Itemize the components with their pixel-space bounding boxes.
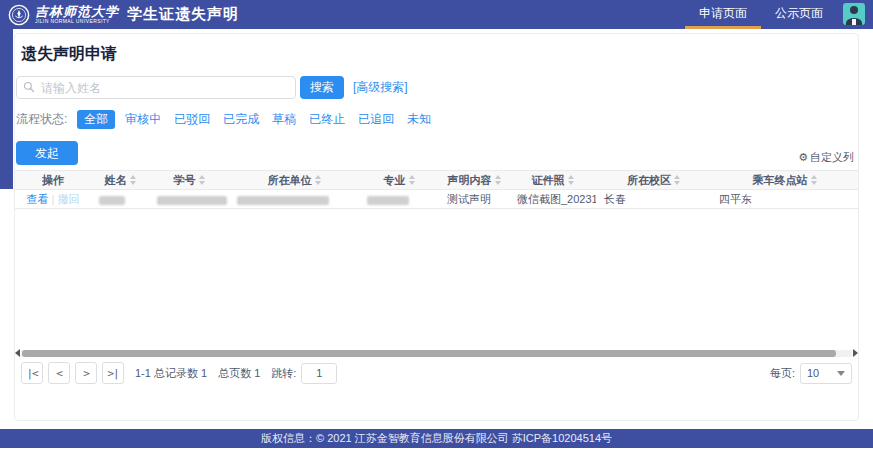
- pages-count-text: 总页数 1: [218, 366, 260, 381]
- scrollbar-track[interactable]: [21, 350, 852, 357]
- university-name-cn: 吉林师范大学: [35, 5, 119, 18]
- col-header-declaration[interactable]: 声明内容: [439, 171, 509, 190]
- sort-icon[interactable]: [130, 175, 136, 185]
- search-icon: [23, 81, 35, 93]
- sort-icon[interactable]: [199, 175, 205, 185]
- cell-terminal-station: 四平东: [711, 190, 858, 209]
- status-chip-unknown[interactable]: 未知: [407, 110, 431, 129]
- per-page-control: 每页: 10: [770, 363, 852, 384]
- toolbar-row: 发起 ⚙ 自定义列: [16, 141, 858, 165]
- tab-public-page[interactable]: 公示页面: [761, 0, 837, 29]
- col-header-student-id[interactable]: 学号: [149, 171, 229, 190]
- scrollbar-thumb[interactable]: [22, 350, 836, 357]
- scroll-left-arrow-icon[interactable]: [15, 349, 20, 357]
- sort-icon[interactable]: [409, 175, 415, 185]
- page-title: 遗失声明申请: [21, 44, 858, 65]
- withdraw-link[interactable]: 撤回: [57, 193, 79, 205]
- records-table: 操作 姓名 学号 所在单位 专业: [15, 170, 858, 209]
- col-header-unit[interactable]: 所在单位: [229, 171, 359, 190]
- cell-operations: 查看|撤回: [15, 190, 91, 209]
- status-chip-terminated[interactable]: 已终止: [309, 110, 345, 129]
- university-logo-icon: [8, 4, 30, 26]
- sort-icon[interactable]: [315, 175, 321, 185]
- col-header-name[interactable]: 姓名: [91, 171, 149, 190]
- customize-columns-button[interactable]: ⚙ 自定义列: [798, 150, 854, 165]
- col-header-major[interactable]: 专业: [359, 171, 439, 190]
- cell-declaration: 测试声明: [439, 190, 509, 209]
- horizontal-scrollbar: [15, 349, 858, 357]
- cell-campus: 长春: [596, 190, 711, 209]
- content-card: 遗失声明申请 搜索 [高级搜索] 流程状态: 全部 审核中 已驳回 已完成 草稿…: [14, 33, 859, 421]
- sort-icon[interactable]: [674, 175, 680, 185]
- table-header-row: 操作 姓名 学号 所在单位 专业: [15, 171, 858, 190]
- status-chip-all[interactable]: 全部: [77, 110, 115, 129]
- search-input[interactable]: [16, 76, 296, 99]
- status-chip-rejected[interactable]: 已驳回: [174, 110, 210, 129]
- header-tabs: 申请页面 公示页面: [685, 0, 873, 29]
- gear-icon: ⚙: [798, 152, 808, 163]
- chevron-down-icon: [837, 371, 845, 376]
- left-decorative-strip: [0, 29, 13, 189]
- status-chip-in-review[interactable]: 审核中: [125, 110, 161, 129]
- col-header-photo[interactable]: 证件照: [509, 171, 596, 190]
- scroll-right-arrow-icon[interactable]: [853, 349, 858, 357]
- initiate-button[interactable]: 发起: [16, 141, 78, 165]
- card-bottom-padding: [15, 384, 858, 420]
- sort-icon[interactable]: [568, 175, 574, 185]
- advanced-search-link[interactable]: [高级搜索]: [353, 79, 408, 96]
- status-filter-row: 流程状态: 全部 审核中 已驳回 已完成 草稿 已终止 已追回 未知: [16, 110, 858, 129]
- search-button[interactable]: 搜索: [300, 76, 344, 99]
- cell-name-redacted: [91, 190, 149, 209]
- next-page-button[interactable]: >: [75, 362, 97, 384]
- status-chip-completed[interactable]: 已完成: [223, 110, 259, 129]
- avatar-head-shape: [850, 6, 858, 14]
- footer-bar: 版权信息：© 2021 江苏金智教育信息股份有限公司 苏ICP备10204514…: [0, 429, 873, 448]
- jump-page-input[interactable]: [301, 363, 337, 384]
- search-box: [16, 76, 296, 99]
- tab-application-page[interactable]: 申请页面: [685, 0, 761, 29]
- per-page-value: 10: [807, 367, 819, 379]
- per-page-label: 每页:: [770, 366, 795, 381]
- first-page-button[interactable]: |<: [21, 362, 43, 384]
- search-row: 搜索 [高级搜索]: [16, 76, 858, 99]
- operation-separator: |: [52, 193, 55, 205]
- col-header-operations[interactable]: 操作: [15, 171, 91, 190]
- user-avatar[interactable]: [843, 3, 865, 25]
- avatar-shirt-shape: [852, 19, 856, 25]
- sort-icon[interactable]: [495, 175, 501, 185]
- table-empty-area: [15, 209, 858, 349]
- pagination-bar: |< < > >| 1-1 总记录数 1 总页数 1 跳转: 每页: 10: [21, 362, 852, 384]
- status-chip-draft[interactable]: 草稿: [272, 110, 296, 129]
- status-chip-recalled[interactable]: 已追回: [358, 110, 394, 129]
- university-name-en: JILIN NORMAL UNIVERSITY: [35, 19, 119, 24]
- per-page-select[interactable]: 10: [800, 363, 852, 384]
- status-filter-label: 流程状态:: [16, 111, 67, 128]
- cell-photo: 微信截图_202311281...: [509, 190, 596, 209]
- copyright-text: 版权信息：© 2021 江苏金智教育信息股份有限公司 苏ICP备10204514…: [261, 431, 612, 446]
- col-header-campus[interactable]: 所在校区: [596, 171, 711, 190]
- app-title: 学生证遗失声明: [127, 0, 239, 29]
- cell-unit-redacted: [229, 190, 359, 209]
- customize-columns-label: 自定义列: [810, 150, 854, 165]
- sort-icon[interactable]: [811, 175, 817, 185]
- university-brand: 吉林师范大学 JILIN NORMAL UNIVERSITY: [8, 0, 119, 29]
- prev-page-button[interactable]: <: [48, 362, 70, 384]
- view-link[interactable]: 查看: [27, 193, 49, 205]
- last-page-button[interactable]: >|: [102, 362, 124, 384]
- cell-student-id-redacted: [149, 190, 229, 209]
- table-row: 查看|撤回 测试声明 微信截图_202311281... 长春 四平东: [15, 190, 858, 209]
- cell-major-redacted: [359, 190, 439, 209]
- records-count-text: 1-1 总记录数 1: [135, 366, 207, 381]
- top-header-bar: 吉林师范大学 JILIN NORMAL UNIVERSITY 学生证遗失声明 申…: [0, 0, 873, 29]
- col-header-terminal-station[interactable]: 乘车终点站: [711, 171, 858, 190]
- jump-label: 跳转:: [271, 366, 296, 381]
